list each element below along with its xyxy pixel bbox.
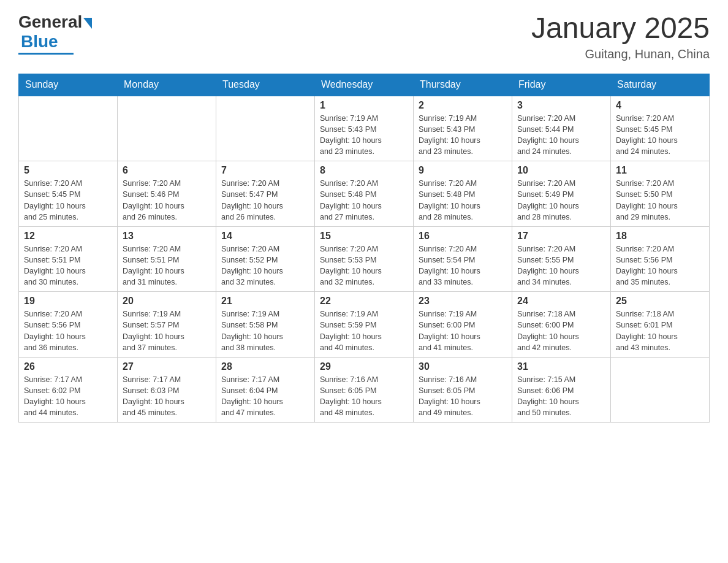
day-number: 11: [616, 165, 704, 176]
day-number: 14: [221, 231, 309, 242]
calendar-cell: 30Sunrise: 7:16 AMSunset: 6:05 PMDayligh…: [414, 357, 512, 423]
day-number: 18: [616, 231, 704, 242]
day-number: 16: [419, 231, 507, 242]
day-header-saturday: Saturday: [611, 74, 710, 96]
day-number: 29: [320, 361, 408, 372]
calendar-cell: 11Sunrise: 7:20 AMSunset: 5:50 PMDayligh…: [611, 161, 710, 227]
day-info: Sunrise: 7:20 AMSunset: 5:45 PMDaylight:…: [24, 178, 112, 223]
calendar-cell: 16Sunrise: 7:20 AMSunset: 5:54 PMDayligh…: [414, 226, 512, 292]
calendar-cell: 3Sunrise: 7:20 AMSunset: 5:44 PMDaylight…: [512, 96, 611, 161]
calendar-body: 1Sunrise: 7:19 AMSunset: 5:43 PMDaylight…: [19, 96, 710, 423]
calendar-table: SundayMondayTuesdayWednesdayThursdayFrid…: [18, 74, 710, 423]
calendar-cell: 9Sunrise: 7:20 AMSunset: 5:48 PMDaylight…: [414, 161, 512, 227]
location: Guitang, Hunan, China: [531, 47, 710, 61]
day-number: 6: [123, 165, 211, 176]
calendar-header: SundayMondayTuesdayWednesdayThursdayFrid…: [19, 74, 710, 96]
day-number: 12: [24, 231, 112, 242]
day-info: Sunrise: 7:20 AMSunset: 5:51 PMDaylight:…: [123, 243, 211, 288]
day-number: 1: [320, 100, 408, 111]
calendar-cell: 22Sunrise: 7:19 AMSunset: 5:59 PMDayligh…: [315, 292, 414, 358]
day-info: Sunrise: 7:20 AMSunset: 5:46 PMDaylight:…: [123, 178, 211, 223]
day-info: Sunrise: 7:19 AMSunset: 6:00 PMDaylight:…: [419, 308, 507, 353]
day-number: 15: [320, 231, 408, 242]
day-number: 3: [517, 100, 605, 111]
day-info: Sunrise: 7:20 AMSunset: 5:49 PMDaylight:…: [517, 178, 605, 223]
month-title: January 2025: [531, 12, 710, 45]
day-number: 24: [517, 296, 605, 307]
calendar-cell: 27Sunrise: 7:17 AMSunset: 6:03 PMDayligh…: [118, 357, 216, 423]
logo-general-text: General: [18, 12, 82, 32]
day-number: 8: [320, 165, 408, 176]
day-header-sunday: Sunday: [19, 74, 118, 96]
day-info: Sunrise: 7:20 AMSunset: 5:55 PMDaylight:…: [517, 243, 605, 288]
week-row-2: 5Sunrise: 7:20 AMSunset: 5:45 PMDaylight…: [19, 161, 710, 227]
calendar-cell: 2Sunrise: 7:19 AMSunset: 5:43 PMDaylight…: [414, 96, 512, 161]
logo-underline: [18, 53, 74, 55]
calendar-cell: 8Sunrise: 7:20 AMSunset: 5:48 PMDaylight…: [315, 161, 414, 227]
day-info: Sunrise: 7:19 AMSunset: 5:58 PMDaylight:…: [221, 308, 309, 353]
day-number: 25: [616, 296, 704, 307]
day-header-tuesday: Tuesday: [216, 74, 315, 96]
day-info: Sunrise: 7:15 AMSunset: 6:06 PMDaylight:…: [517, 374, 605, 419]
day-info: Sunrise: 7:19 AMSunset: 5:59 PMDaylight:…: [320, 308, 408, 353]
day-info: Sunrise: 7:20 AMSunset: 5:48 PMDaylight:…: [419, 178, 507, 223]
day-number: 19: [24, 296, 112, 307]
day-info: Sunrise: 7:20 AMSunset: 5:47 PMDaylight:…: [221, 178, 309, 223]
day-info: Sunrise: 7:18 AMSunset: 6:01 PMDaylight:…: [616, 308, 704, 353]
logo: General Blue: [18, 12, 92, 55]
day-info: Sunrise: 7:16 AMSunset: 6:05 PMDaylight:…: [320, 374, 408, 419]
day-number: 17: [517, 231, 605, 242]
calendar-cell: [216, 96, 315, 161]
day-info: Sunrise: 7:17 AMSunset: 6:02 PMDaylight:…: [24, 374, 112, 419]
day-info: Sunrise: 7:20 AMSunset: 5:44 PMDaylight:…: [517, 113, 605, 158]
calendar-cell: 18Sunrise: 7:20 AMSunset: 5:56 PMDayligh…: [611, 226, 710, 292]
day-number: 27: [123, 361, 211, 372]
title-area: January 2025 Guitang, Hunan, China: [531, 12, 710, 61]
calendar-cell: 7Sunrise: 7:20 AMSunset: 5:47 PMDaylight…: [216, 161, 315, 227]
logo-arrow-icon: [83, 18, 92, 29]
day-info: Sunrise: 7:16 AMSunset: 6:05 PMDaylight:…: [419, 374, 507, 419]
calendar-cell: 31Sunrise: 7:15 AMSunset: 6:06 PMDayligh…: [512, 357, 611, 423]
day-number: 9: [419, 165, 507, 176]
day-header-friday: Friday: [512, 74, 611, 96]
day-info: Sunrise: 7:20 AMSunset: 5:50 PMDaylight:…: [616, 178, 704, 223]
day-number: 4: [616, 100, 704, 111]
day-info: Sunrise: 7:19 AMSunset: 5:43 PMDaylight:…: [320, 113, 408, 158]
header-row: SundayMondayTuesdayWednesdayThursdayFrid…: [19, 74, 710, 96]
day-info: Sunrise: 7:19 AMSunset: 5:57 PMDaylight:…: [123, 308, 211, 353]
day-number: 20: [123, 296, 211, 307]
day-number: 30: [419, 361, 507, 372]
calendar-cell: [19, 96, 118, 161]
day-info: Sunrise: 7:20 AMSunset: 5:56 PMDaylight:…: [24, 308, 112, 353]
week-row-5: 26Sunrise: 7:17 AMSunset: 6:02 PMDayligh…: [19, 357, 710, 423]
calendar-cell: [611, 357, 710, 423]
calendar-cell: 21Sunrise: 7:19 AMSunset: 5:58 PMDayligh…: [216, 292, 315, 358]
day-info: Sunrise: 7:20 AMSunset: 5:48 PMDaylight:…: [320, 178, 408, 223]
day-info: Sunrise: 7:17 AMSunset: 6:04 PMDaylight:…: [221, 374, 309, 419]
calendar-cell: 10Sunrise: 7:20 AMSunset: 5:49 PMDayligh…: [512, 161, 611, 227]
day-header-thursday: Thursday: [414, 74, 512, 96]
calendar-cell: 24Sunrise: 7:18 AMSunset: 6:00 PMDayligh…: [512, 292, 611, 358]
day-header-monday: Monday: [118, 74, 216, 96]
calendar-cell: 26Sunrise: 7:17 AMSunset: 6:02 PMDayligh…: [19, 357, 118, 423]
calendar-cell: 14Sunrise: 7:20 AMSunset: 5:52 PMDayligh…: [216, 226, 315, 292]
day-info: Sunrise: 7:20 AMSunset: 5:56 PMDaylight:…: [616, 243, 704, 288]
calendar-cell: 5Sunrise: 7:20 AMSunset: 5:45 PMDaylight…: [19, 161, 118, 227]
day-header-wednesday: Wednesday: [315, 74, 414, 96]
day-info: Sunrise: 7:20 AMSunset: 5:51 PMDaylight:…: [24, 243, 112, 288]
day-number: 31: [517, 361, 605, 372]
day-info: Sunrise: 7:18 AMSunset: 6:00 PMDaylight:…: [517, 308, 605, 353]
logo-blue-text: Blue: [21, 32, 58, 52]
week-row-4: 19Sunrise: 7:20 AMSunset: 5:56 PMDayligh…: [19, 292, 710, 358]
calendar-cell: 25Sunrise: 7:18 AMSunset: 6:01 PMDayligh…: [611, 292, 710, 358]
calendar-cell: [118, 96, 216, 161]
day-number: 10: [517, 165, 605, 176]
day-info: Sunrise: 7:20 AMSunset: 5:53 PMDaylight:…: [320, 243, 408, 288]
day-number: 21: [221, 296, 309, 307]
day-number: 23: [419, 296, 507, 307]
calendar-cell: 13Sunrise: 7:20 AMSunset: 5:51 PMDayligh…: [118, 226, 216, 292]
calendar-cell: 20Sunrise: 7:19 AMSunset: 5:57 PMDayligh…: [118, 292, 216, 358]
day-info: Sunrise: 7:20 AMSunset: 5:52 PMDaylight:…: [221, 243, 309, 288]
day-info: Sunrise: 7:19 AMSunset: 5:43 PMDaylight:…: [419, 113, 507, 158]
day-info: Sunrise: 7:20 AMSunset: 5:45 PMDaylight:…: [616, 113, 704, 158]
